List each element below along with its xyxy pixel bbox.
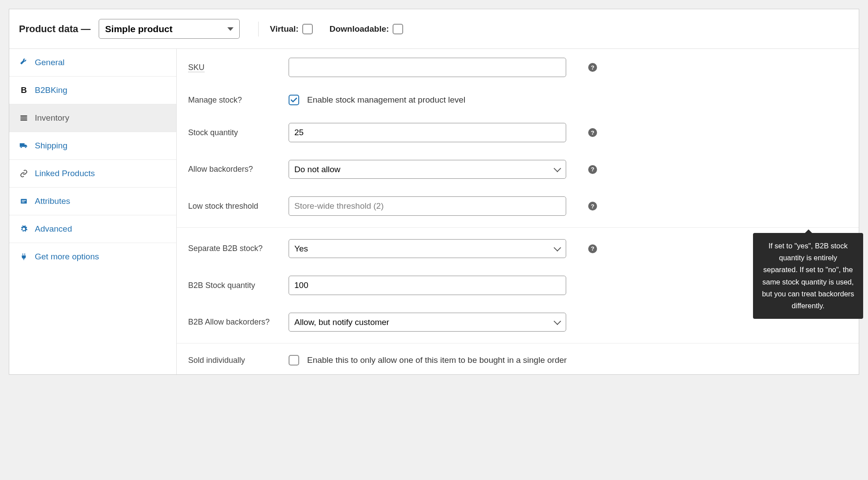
panel-header: Product data — Simple product Virtual: D…	[9, 9, 859, 49]
link-icon	[19, 169, 29, 178]
gear-icon	[19, 224, 29, 234]
svg-rect-4	[22, 200, 26, 201]
downloadable-checkbox[interactable]	[393, 24, 403, 34]
b2b-stock-qty-label: B2B Stock quantity	[188, 281, 280, 290]
svg-rect-5	[22, 202, 25, 203]
separate-b2b-select[interactable]: Yes	[289, 239, 566, 258]
tab-advanced[interactable]: Advanced	[9, 215, 176, 243]
tab-label: Advanced	[35, 224, 72, 234]
low-stock-input[interactable]	[289, 196, 566, 216]
b2b-icon: B	[19, 85, 29, 95]
low-stock-label: Low stock threshold	[188, 202, 280, 211]
stock-qty-label: Stock quantity	[188, 128, 280, 137]
product-type-select[interactable]: Simple product	[99, 19, 240, 39]
row-low-stock-threshold: Low stock threshold ?	[177, 188, 859, 225]
b2b-backorders-label: B2B Allow backorders?	[188, 318, 280, 327]
tab-label: General	[35, 58, 65, 67]
allow-backorders-label: Allow backorders?	[188, 165, 280, 174]
note-icon	[19, 196, 29, 206]
svg-rect-3	[21, 199, 27, 204]
product-type-select-wrapper: Simple product	[99, 19, 240, 39]
sku-input[interactable]	[289, 58, 566, 77]
separator	[258, 22, 259, 37]
tab-label: Get more options	[35, 252, 99, 262]
wrench-icon	[19, 58, 29, 67]
help-icon[interactable]: ?	[588, 165, 597, 174]
tab-general[interactable]: General	[9, 49, 176, 77]
divider	[177, 227, 859, 228]
row-stock-quantity: Stock quantity ?	[177, 114, 859, 151]
manage-stock-checkbox[interactable]	[289, 95, 299, 105]
tab-label: Shipping	[35, 141, 67, 151]
sku-label-wrap: SKU	[188, 63, 280, 72]
divider	[177, 343, 859, 343]
manage-stock-desc: Enable stock management at product level	[307, 95, 465, 105]
tooltip-separate-b2b: If set to "yes", B2B stock quantity is e…	[753, 233, 863, 319]
sku-label: SKU	[188, 63, 204, 72]
sold-individually-desc: Enable this to only allow one of this it…	[307, 355, 567, 365]
virtual-toggle[interactable]: Virtual:	[270, 24, 313, 34]
tab-attributes[interactable]: Attributes	[9, 188, 176, 215]
inventory-content: SKU ? Manage stock? Enable stock managem…	[177, 49, 859, 374]
tab-linked-products[interactable]: Linked Products	[9, 160, 176, 188]
panel-body: General B B2BKing Inventory Shipping	[9, 49, 859, 374]
svg-rect-0	[21, 115, 27, 117]
help-icon[interactable]: ?	[588, 128, 597, 137]
tab-label: Inventory	[35, 113, 69, 123]
row-sku: SKU ?	[177, 49, 859, 86]
panel-title: Product data —	[19, 23, 91, 35]
downloadable-toggle[interactable]: Downloadable:	[330, 24, 403, 34]
virtual-label: Virtual:	[270, 24, 299, 34]
help-icon[interactable]: ?	[588, 63, 597, 72]
tab-shipping[interactable]: Shipping	[9, 132, 176, 160]
tooltip-text: If set to "yes", B2B stock quantity is e…	[762, 242, 854, 310]
stock-qty-input[interactable]	[289, 123, 566, 142]
tabs-sidebar: General B B2BKing Inventory Shipping	[9, 49, 177, 374]
row-sold-individually: Sold individually Enable this to only al…	[177, 346, 859, 374]
separate-b2b-label: Separate B2B stock?	[188, 244, 280, 253]
sold-individually-checkbox[interactable]	[289, 355, 299, 366]
sold-individually-label: Sold individually	[188, 356, 280, 365]
svg-rect-1	[21, 118, 27, 119]
virtual-checkbox[interactable]	[302, 24, 313, 34]
help-icon-separate-b2b[interactable]: ?	[588, 244, 597, 253]
b2b-stock-qty-input[interactable]	[289, 276, 566, 295]
b2b-backorders-select[interactable]: Allow, but notify customer	[289, 313, 566, 332]
row-manage-stock: Manage stock? Enable stock management at…	[177, 86, 859, 114]
row-allow-backorders: Allow backorders? Do not allow ?	[177, 151, 859, 188]
tab-b2bking[interactable]: B B2BKing	[9, 77, 176, 104]
list-icon	[19, 113, 29, 123]
allow-backorders-select[interactable]: Do not allow	[289, 160, 566, 179]
tab-label: Attributes	[35, 196, 70, 206]
tab-label: B2BKing	[35, 85, 67, 95]
downloadable-label: Downloadable:	[330, 24, 389, 34]
manage-stock-label: Manage stock?	[188, 96, 280, 105]
product-data-panel: Product data — Simple product Virtual: D…	[9, 9, 859, 375]
truck-icon	[19, 141, 29, 151]
tab-label: Linked Products	[35, 169, 95, 178]
tab-get-more-options[interactable]: Get more options	[9, 243, 176, 270]
plug-icon	[19, 252, 29, 262]
tab-inventory[interactable]: Inventory	[9, 104, 176, 132]
help-icon[interactable]: ?	[588, 202, 597, 210]
svg-rect-2	[21, 119, 27, 121]
